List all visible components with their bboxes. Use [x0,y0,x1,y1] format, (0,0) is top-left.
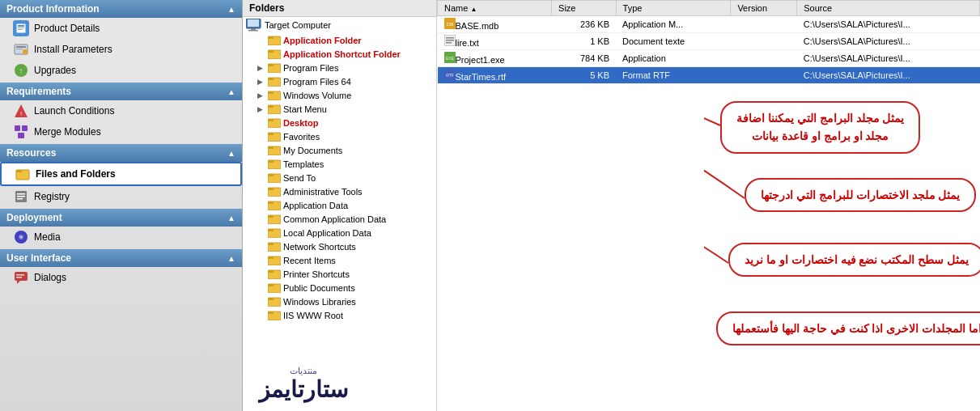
folder-icon [268,145,281,155]
folder-item-recent-items[interactable]: Recent Items [243,253,436,267]
svg-rect-19 [17,193,25,195]
folder-item-application-shortcut-folder[interactable]: Application Shortcut Folder [243,47,436,61]
folder-item-network-shortcuts[interactable]: Network Shortcuts [243,239,436,253]
table-row[interactable]: DBBASE.mdb236 KBApplication M...C:\Users… [438,16,980,33]
folder-item-favorites[interactable]: Favorites [243,129,436,143]
folder-item-desktop[interactable]: Desktop [243,116,436,129]
folder-item-label: Favorites [283,132,320,142]
sidebar-section-product-header[interactable]: Product Information ▲ [0,0,242,18]
sidebar-item-launch-conditions[interactable]: ! Launch Conditions [0,100,242,121]
folder-icon [268,310,281,320]
folder-icon [268,62,281,73]
folder-icon [268,117,281,128]
file-source-base-mdb: C:\Users\SALA\Pictures\I... [797,16,980,33]
folder-item-windows-libraries[interactable]: Windows Libraries [243,294,436,308]
folder-item-windows-volume[interactable]: ▶ Windows Volume [243,88,436,102]
launch-conditions-icon: ! [13,103,29,119]
sidebar-item-files-and-folders[interactable]: Files and Folders [0,162,242,186]
sidebar-section-resources-header[interactable]: Resources ▲ [0,144,242,162]
sidebar-item-registry[interactable]: Registry [0,186,242,207]
column-header-size[interactable]: Size [552,1,616,16]
table-row[interactable]: lire.txt1 KBDocument texteC:\Users\SALA\… [438,33,980,50]
folder-icon [268,76,281,87]
folder-item-label: Network Shortcuts [283,242,356,252]
sidebar-section-user-interface-header[interactable]: User Interface ▲ [0,249,242,267]
svg-rect-40 [268,78,274,80]
column-header-source[interactable]: Source [797,1,980,16]
file-version-startimes-rtf [731,67,797,84]
sidebar-item-dialogs[interactable]: Dialogs [0,267,242,288]
svg-rect-2 [18,28,24,28]
table-row[interactable]: RTFStarTimes.rtf5 KBFormat RTFC:\Users\S… [438,67,980,84]
folder-item-templates[interactable]: Templates [243,157,436,171]
folder-item-label: Application Folder [283,36,362,45]
svg-rect-15 [18,133,24,138]
file-table-header-row: Name ▲SizeTypeVersionSource [438,1,980,16]
sidebar-item-merge-modules[interactable]: Merge Modules [0,121,242,142]
file-table-body: DBBASE.mdb236 KBApplication M...C:\Users… [438,16,980,84]
column-header-version[interactable]: Version [731,1,797,16]
file-type-lire-txt: Document texte [616,33,731,50]
folder-item-start-menu[interactable]: ▶ Start Menu [243,102,436,116]
watermark-title: منتديات [259,366,348,376]
svg-text:EXE: EXE [445,56,454,61]
main-area: Folders Target Computer Application Fold… [243,0,980,411]
folder-icon [268,131,281,142]
folder-item-label: My Documents [283,146,342,155]
svg-text:!: ! [20,110,22,117]
folder-item-target-computer[interactable]: Target Computer [243,17,436,33]
folder-item-program-files[interactable]: ▶ Program Files [243,61,436,74]
chevron-up-icon-dep: ▲ [227,214,235,222]
folder-icon [268,49,281,59]
svg-rect-34 [268,36,274,39]
svg-text:↑: ↑ [19,66,23,75]
sidebar-item-product-details[interactable]: Product Details [0,18,242,39]
sidebar-section-deployment-header[interactable]: Deployment ▲ [0,209,242,227]
file-size-lire-txt: 1 KB [552,33,616,50]
svg-rect-13 [15,125,20,131]
svg-rect-31 [251,28,256,30]
folder-item-label: Application Shortcut Folder [283,49,401,59]
folder-item-printer-shortcuts[interactable]: Printer Shortcuts [243,267,436,281]
registry-icon [13,189,29,205]
chevron-up-icon-ui: ▲ [227,254,235,263]
file-size-base-mdb: 236 KB [552,16,616,33]
expand-arrow: ▶ [257,78,265,86]
svg-text:DB: DB [446,22,452,27]
folder-item-label: Windows Libraries [283,297,356,307]
folder-item-send-to[interactable]: Send To [243,171,436,184]
svg-rect-79 [446,40,454,41]
folder-item-label: Windows Volume [283,91,351,100]
sidebar-item-media[interactable]: Media [0,227,242,248]
folder-item-label: Program Files [283,63,338,73]
upgrades-icon: ↑ [13,62,29,78]
folder-item-program-files-64[interactable]: ▶ Program Files 64 [243,74,436,88]
dialogs-icon [13,269,29,286]
folder-item-my-documents[interactable]: My Documents [243,143,436,157]
sidebar-item-install-parameters[interactable]: ↓ Install Parameters [0,39,242,60]
folder-icon [268,35,281,45]
sidebar-section-requirements-header[interactable]: Requirements ▲ [0,83,242,100]
svg-rect-32 [248,30,258,32]
folder-item-application-data[interactable]: Application Data [243,198,436,212]
table-row[interactable]: EXEProject1.exe784 KBApplicationC:\Users… [438,50,980,67]
folder-item-common-application-data[interactable]: Common Application Data [243,212,436,226]
folder-item-administrative-tools[interactable]: Administrative Tools [243,184,436,198]
sidebar-item-upgrades[interactable]: ↑ Upgrades [0,60,242,81]
svg-rect-17 [16,170,22,172]
file-source-startimes-rtf: C:\Users\SALA\Pictures\I... [797,67,980,84]
folder-item-local-application-data[interactable]: Local Application Data [243,226,436,239]
svg-rect-20 [17,196,25,197]
folder-item-application-folder[interactable]: Application Folder [243,33,436,47]
svg-rect-78 [446,37,454,39]
svg-rect-1 [18,25,24,27]
column-header-name[interactable]: Name ▲ [438,1,552,16]
merge-modules-icon [13,124,29,140]
folder-item-iis-www-root[interactable]: IIS WWW Root [243,308,436,322]
folder-item-label: Desktop [283,118,318,128]
folder-item-public-documents[interactable]: Public Documents [243,281,436,294]
svg-rect-70 [268,284,274,286]
svg-rect-62 [268,229,274,231]
expand-arrow: ▶ [257,91,265,100]
column-header-type[interactable]: Type [616,1,731,16]
